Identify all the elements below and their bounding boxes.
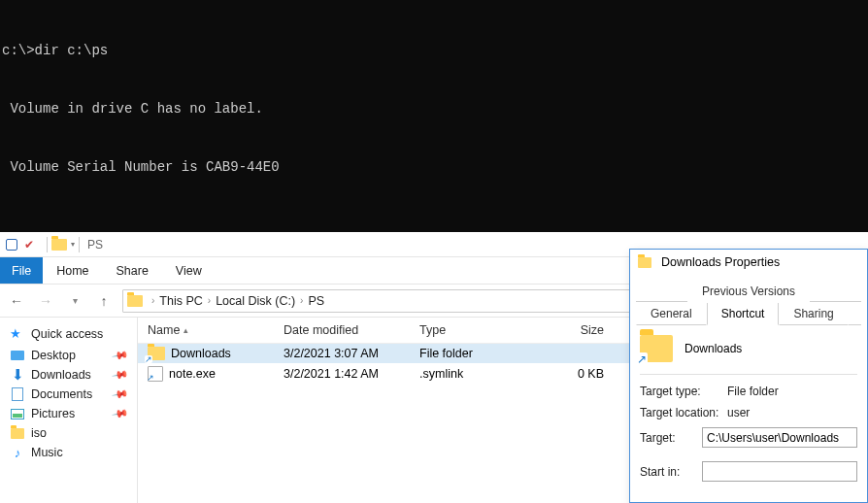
music-icon: ♪ (10, 446, 25, 459)
file-size: 0 KB (536, 367, 614, 381)
pin-icon: 📌 (112, 405, 130, 423)
sidebar-item-downloads[interactable]: ⬇ Downloads 📌 (0, 365, 137, 385)
sidebar-item-pictures[interactable]: Pictures 📌 (0, 404, 137, 423)
sort-asc-icon: ▴ (184, 325, 188, 335)
chevron-right-icon[interactable]: › (297, 295, 306, 306)
pin-icon: 📌 (112, 347, 130, 365)
folder-icon (51, 239, 67, 251)
documents-icon (10, 387, 25, 401)
tab-general[interactable]: General (636, 303, 707, 325)
qa-check-icon[interactable]: ✔ (21, 237, 37, 252)
nav-up-button[interactable]: ↑ (93, 290, 115, 312)
star-icon: ★ (10, 326, 21, 341)
column-date[interactable]: Date modified (284, 323, 419, 337)
terminal-line: Volume in drive C has no label. (0, 99, 868, 118)
nav-pane: ★ Quick access Desktop 📌 ⬇ Downloads 📌 D… (0, 318, 138, 503)
separator (79, 237, 80, 252)
file-type: .symlink (419, 367, 536, 381)
sidebar-item-label: Pictures (31, 407, 75, 420)
command-prompt: c:\>dir c:\ps Volume in drive C has no l… (0, 0, 868, 232)
column-type[interactable]: Type (419, 323, 536, 337)
value-target-location: user (727, 406, 750, 419)
dialog-title: Downloads Properties (630, 250, 867, 275)
sidebar-quick-access[interactable]: ★ Quick access (0, 323, 137, 344)
file-name: note.exe (169, 367, 216, 381)
folder-icon (10, 426, 25, 440)
file-date: 3/2/2021 1:42 AM (284, 367, 419, 381)
tab-shortcut[interactable]: Shortcut (707, 303, 780, 325)
sidebar-item-label: Desktop (31, 349, 76, 362)
terminal-line: c:\>dir c:\ps (0, 41, 868, 60)
label-target-location: Target location: (640, 406, 727, 419)
value-target-type: File folder (727, 385, 779, 398)
shortcut-name: Downloads (684, 342, 742, 355)
separator (47, 237, 48, 252)
sidebar-item-label: Documents (31, 387, 92, 401)
sidebar-item-label: Downloads (31, 368, 91, 382)
sidebar-item-desktop[interactable]: Desktop 📌 (0, 346, 137, 365)
folder-shortcut-icon (640, 335, 673, 362)
folder-icon (638, 257, 651, 268)
input-start-in[interactable] (702, 461, 857, 482)
sidebar-item-label: iso (31, 426, 47, 440)
nav-back-button[interactable]: ← (6, 290, 27, 312)
chevron-right-icon[interactable]: › (205, 295, 214, 306)
column-size[interactable]: Size (536, 323, 614, 337)
tab-share[interactable]: Share (103, 257, 162, 284)
input-target[interactable] (702, 427, 857, 448)
file-date: 3/2/2021 3:07 AM (284, 347, 419, 360)
sidebar-item-music[interactable]: ♪ Music (0, 443, 137, 462)
tab-home[interactable]: Home (43, 257, 102, 284)
pin-icon: 📌 (112, 366, 130, 385)
sidebar-item-iso[interactable]: iso (0, 423, 137, 443)
sidebar-item-documents[interactable]: Documents 📌 (0, 385, 137, 404)
tab-view[interactable]: View (162, 257, 216, 284)
crumb-drive[interactable]: Local Disk (C:) (214, 294, 297, 308)
label-target: Target: (640, 431, 702, 445)
nav-recent-button[interactable]: ▾ (64, 290, 85, 312)
pictures-icon (10, 407, 25, 420)
nav-forward-button[interactable]: → (35, 290, 56, 312)
properties-body: Downloads Target type: File folder Targe… (630, 325, 867, 482)
label-target-type: Target type: (640, 385, 727, 398)
label-start-in: Start in: (640, 465, 702, 479)
desktop-icon (10, 349, 25, 362)
crumb-folder[interactable]: PS (306, 294, 326, 308)
pin-icon: 📌 (112, 386, 130, 404)
downloads-icon: ⬇ (10, 368, 25, 382)
column-label: Name (148, 323, 180, 337)
tab-file[interactable]: File (0, 257, 43, 284)
separator (640, 374, 857, 375)
folder-icon (127, 295, 143, 307)
sidebar-label: Quick access (31, 327, 103, 341)
symlink-icon (148, 366, 163, 382)
window-title: PS (83, 238, 103, 252)
chevron-down-icon[interactable]: ▾ (69, 240, 75, 249)
file-name: Downloads (171, 347, 231, 360)
chevron-right-icon[interactable]: › (149, 295, 157, 306)
column-name[interactable]: Name ▴ (148, 323, 284, 337)
file-type: File folder (419, 347, 536, 360)
tab-sharing[interactable]: Sharing (779, 303, 848, 325)
sidebar-item-label: Music (31, 446, 63, 459)
crumb-thispc[interactable]: This PC (157, 294, 204, 308)
folder-shortcut-icon (148, 347, 165, 360)
terminal-line: Volume Serial Number is CAB9-44E0 (0, 157, 868, 177)
qa-save-icon[interactable] (6, 239, 17, 251)
dialog-title-text: Downloads Properties (661, 255, 780, 269)
tab-previous-versions[interactable]: Previous Versions (687, 280, 810, 302)
properties-dialog: Downloads Properties Previous Versions G… (629, 249, 868, 503)
